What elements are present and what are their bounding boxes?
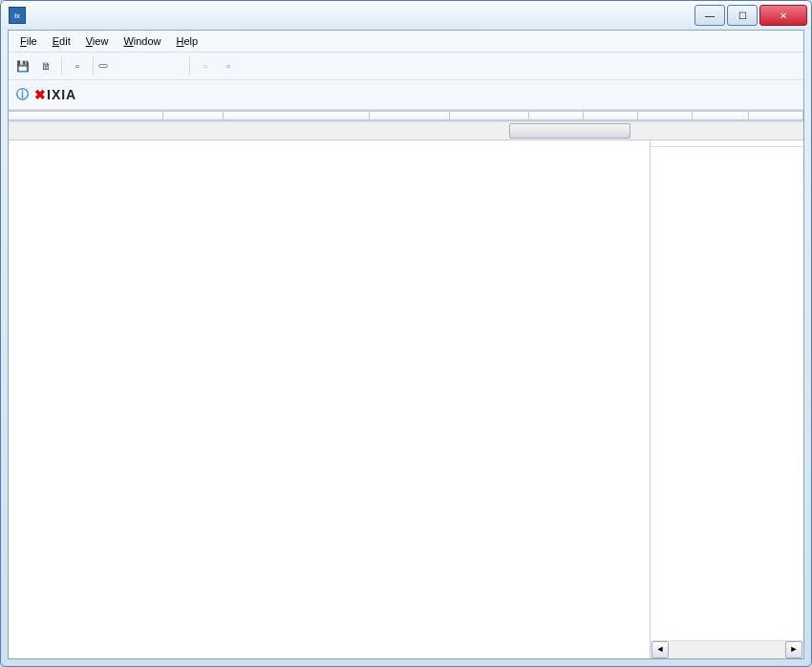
window-buttons: — ☐ ✕ bbox=[693, 5, 807, 26]
grid-horizontal-scrollbar[interactable] bbox=[9, 121, 803, 140]
col-header-average[interactable] bbox=[529, 112, 584, 119]
toolbar-separator bbox=[61, 57, 62, 75]
app-window: Ix — ☐ ✕ File Edit View Window Help 💾 🗎 … bbox=[0, 0, 812, 667]
print-icon[interactable]: 🗎 bbox=[35, 55, 56, 76]
col-header-run-status[interactable] bbox=[224, 112, 370, 119]
throughput-chart bbox=[14, 150, 626, 427]
menu-edit[interactable]: Edit bbox=[45, 32, 78, 50]
legend-pane: ◄ ► bbox=[650, 140, 803, 658]
menu-view[interactable]: View bbox=[78, 32, 117, 50]
results-grid bbox=[9, 112, 803, 121]
toolbar-separator bbox=[93, 57, 94, 75]
menu-file[interactable]: File bbox=[12, 32, 45, 50]
scroll-left-icon[interactable]: ◄ bbox=[652, 641, 669, 658]
scrollbar-thumb[interactable] bbox=[509, 123, 630, 139]
ixia-logo: ✖IXIA bbox=[34, 87, 76, 102]
col-header-relative-precision[interactable] bbox=[749, 112, 803, 119]
brand-bar: ⓘ ✖IXIA bbox=[9, 80, 803, 110]
chart-pane bbox=[9, 140, 650, 658]
menu-window[interactable]: Window bbox=[116, 32, 168, 50]
col-header-pair-group[interactable] bbox=[163, 112, 224, 119]
unknown-toolbar-icon[interactable]: ▫ bbox=[67, 55, 88, 76]
close-button[interactable]: ✕ bbox=[759, 5, 807, 26]
menu-help[interactable]: Help bbox=[169, 32, 206, 50]
menubar: File Edit View Window Help bbox=[9, 31, 803, 53]
col-header-confidence-interval[interactable] bbox=[450, 112, 530, 119]
col-header-measured-time[interactable] bbox=[693, 112, 749, 119]
col-header-maximum[interactable] bbox=[638, 112, 693, 119]
minimize-button[interactable]: — bbox=[694, 5, 725, 26]
client-area: File Edit View Window Help 💾 🗎 ▫ ▫ ▫ bbox=[8, 30, 804, 659]
toolbar-icon-a[interactable]: ▫ bbox=[195, 55, 216, 76]
grid-header bbox=[9, 112, 803, 120]
info-icon[interactable]: ⓘ bbox=[16, 86, 29, 103]
bottom-split: ◄ ► bbox=[9, 140, 803, 658]
toolbar-separator bbox=[189, 57, 190, 75]
filter-all-button[interactable] bbox=[98, 64, 108, 68]
col-header-blank[interactable] bbox=[9, 112, 163, 119]
toolbar-icon-b[interactable]: ▫ bbox=[218, 55, 239, 76]
col-header-minimum[interactable] bbox=[584, 112, 638, 119]
col-header-timing-records[interactable] bbox=[370, 112, 450, 119]
titlebar: Ix — ☐ ✕ bbox=[1, 1, 811, 30]
scroll-right-icon[interactable]: ► bbox=[785, 641, 802, 658]
toolbar: 💾 🗎 ▫ ▫ ▫ bbox=[9, 53, 803, 80]
maximize-button[interactable]: ☐ bbox=[727, 5, 758, 26]
legend-title bbox=[651, 140, 803, 147]
save-icon[interactable]: 💾 bbox=[12, 55, 33, 76]
app-icon: Ix bbox=[9, 7, 26, 24]
legend-horizontal-scrollbar[interactable]: ◄ ► bbox=[651, 640, 803, 658]
